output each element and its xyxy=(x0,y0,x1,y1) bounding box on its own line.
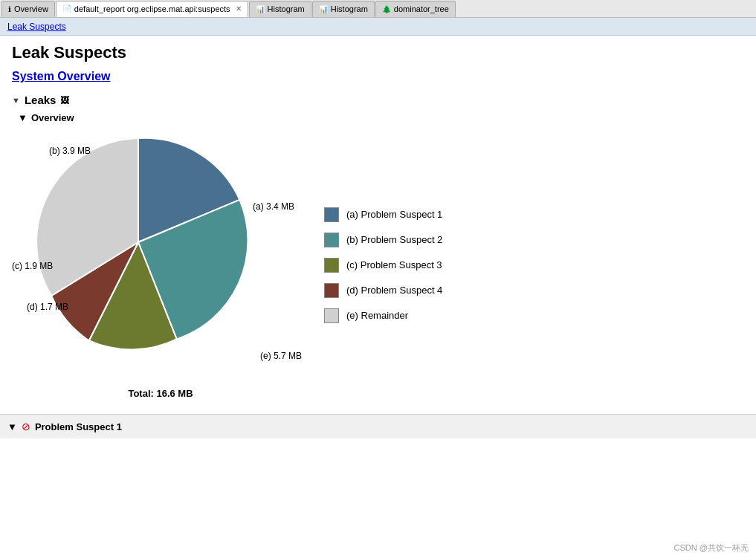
legend-item-b: (b) Problem Suspect 2 xyxy=(324,233,442,247)
overview-section-header[interactable]: ▼ Overview xyxy=(18,112,744,123)
leaks-arrow-icon: ▼ xyxy=(12,96,20,105)
problem-suspect-label: Problem Suspect 1 xyxy=(35,421,122,432)
legend-label-c: (c) Problem Suspect 3 xyxy=(346,259,442,270)
legend-label-e: (e) Remainder xyxy=(346,310,408,321)
histogram1-icon: 📊 xyxy=(256,5,265,13)
overview-arrow-icon: ▼ xyxy=(18,112,28,123)
pie-chart-wrapper: (a) 3.4 MB (b) 3.9 MB (c) 1.9 MB (d) 1.7… xyxy=(27,131,280,399)
overview-label: Overview xyxy=(31,112,74,123)
tab-overview[interactable]: ℹ Overview xyxy=(1,1,55,17)
main-content: Leak Suspects System Overview ▼ Leaks 🖼 … xyxy=(0,36,756,414)
report-icon: 📄 xyxy=(62,4,71,13)
legend-item-d: (d) Problem Suspect 4 xyxy=(324,283,442,298)
pie-label-e: (e) 5.7 MB xyxy=(260,351,302,361)
tab-dominator-tree-label: dominator_tree xyxy=(394,4,449,13)
legend-color-d xyxy=(324,283,339,298)
chart-total: Total: 16.6 MB xyxy=(128,388,193,399)
legend-label-b: (b) Problem Suspect 2 xyxy=(346,234,442,245)
tab-histogram2[interactable]: 📊 Histogram xyxy=(312,1,375,17)
histogram2-icon: 📊 xyxy=(319,5,328,13)
tab-close-icon[interactable]: ✕ xyxy=(236,4,242,13)
pie-label-c: (c) 1.9 MB xyxy=(12,261,53,271)
pie-label-a: (a) 3.4 MB xyxy=(253,201,294,212)
overview-icon: ℹ xyxy=(8,5,11,13)
pie-chart: (a) 3.4 MB (b) 3.9 MB (c) 1.9 MB (d) 1.7… xyxy=(27,131,280,383)
tab-default-report[interactable]: 📄 default_report org.eclipse.mat.api:sus… xyxy=(56,1,248,17)
legend-item-c: (c) Problem Suspect 3 xyxy=(324,258,442,273)
chart-legend: (a) Problem Suspect 1 (b) Problem Suspec… xyxy=(324,207,442,323)
pie-labels: (a) 3.4 MB (b) 3.9 MB (c) 1.9 MB (d) 1.7… xyxy=(27,131,280,383)
problem-error-icon: ⊘ xyxy=(22,421,30,432)
tab-overview-label: Overview xyxy=(14,4,48,13)
legend-item-e: (e) Remainder xyxy=(324,308,442,323)
leaks-label: Leaks xyxy=(25,94,56,106)
leaks-section-header[interactable]: ▼ Leaks 🖼 xyxy=(12,94,744,106)
pie-label-b: (b) 3.9 MB xyxy=(49,146,91,156)
legend-color-e xyxy=(324,308,339,323)
system-overview-link[interactable]: System Overview xyxy=(12,70,744,83)
domtree-icon: 🌲 xyxy=(382,5,391,13)
tab-dominator-tree[interactable]: 🌲 dominator_tree xyxy=(375,1,456,17)
problem-arrow-icon: ▼ xyxy=(7,421,17,432)
tab-histogram2-label: Histogram xyxy=(331,4,368,13)
page-title: Leak Suspects xyxy=(12,43,744,62)
pie-label-d: (d) 1.7 MB xyxy=(27,302,68,312)
tab-histogram1[interactable]: 📊 Histogram xyxy=(249,1,311,17)
breadcrumb-bar: Leak Suspects xyxy=(0,18,756,36)
tab-default-report-label: default_report org.eclipse.mat.api:suspe… xyxy=(74,4,230,13)
breadcrumb-link[interactable]: Leak Suspects xyxy=(7,22,66,32)
problem-suspect-section: ▼ ⊘ Problem Suspect 1 xyxy=(0,414,756,438)
legend-color-a xyxy=(324,207,339,222)
legend-label-a: (a) Problem Suspect 1 xyxy=(346,209,442,220)
tab-bar: ℹ Overview 📄 default_report org.eclipse.… xyxy=(0,0,756,18)
chart-area: (a) 3.4 MB (b) 3.9 MB (c) 1.9 MB (d) 1.7… xyxy=(27,131,744,399)
legend-item-a: (a) Problem Suspect 1 xyxy=(324,207,442,222)
leaks-export-icon[interactable]: 🖼 xyxy=(60,95,69,106)
tab-histogram1-label: Histogram xyxy=(268,4,305,13)
legend-color-c xyxy=(324,258,339,273)
legend-label-d: (d) Problem Suspect 4 xyxy=(346,285,442,296)
legend-color-b xyxy=(324,233,339,247)
